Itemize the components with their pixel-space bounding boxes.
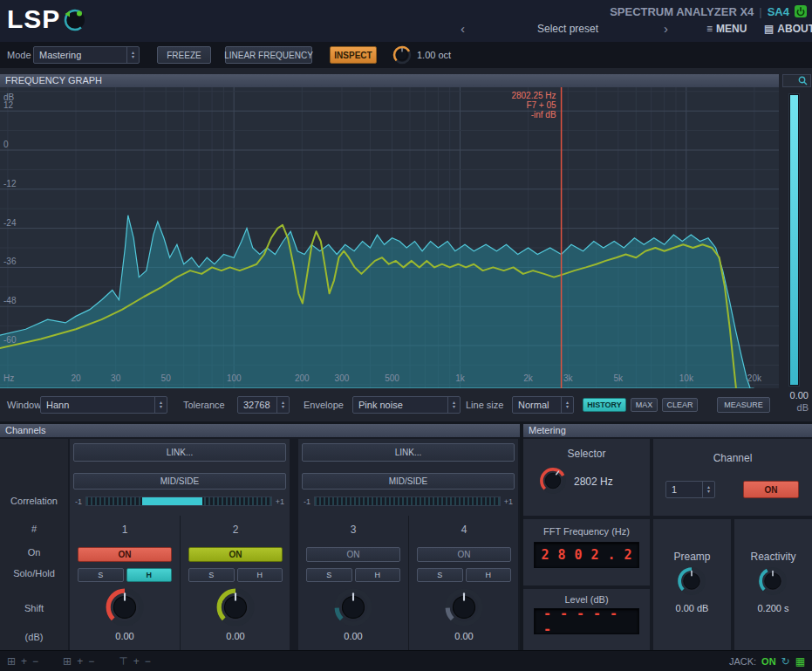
freq-tick-label: 30 bbox=[111, 373, 120, 383]
selector-knob[interactable] bbox=[539, 467, 567, 495]
channel-4-solo-button[interactable]: S bbox=[417, 568, 463, 582]
history-button[interactable]: HISTORY bbox=[583, 398, 626, 412]
channel-1-solo-button[interactable]: S bbox=[78, 568, 124, 582]
graph-copy-icon[interactable]: ⊞ bbox=[7, 655, 16, 668]
channel-2-on-button[interactable]: ON bbox=[188, 547, 283, 562]
freeze-button[interactable]: FREEZE bbox=[157, 46, 211, 64]
fft-frequency-block: FFT Frequency (Hz) 2802.2 bbox=[523, 519, 650, 585]
max-button[interactable]: MAX bbox=[631, 398, 658, 412]
line-size-select[interactable]: Normal ▴▾ bbox=[512, 396, 574, 414]
tolerance-select[interactable]: 32768 ▴▾ bbox=[237, 396, 290, 414]
reactivity-block: Reactivity 0.200 s bbox=[734, 519, 812, 650]
window-select[interactable]: Hann ▴▾ bbox=[40, 396, 167, 414]
preset-select[interactable]: Select preset bbox=[475, 23, 660, 35]
graph-zoom-out-icon[interactable]: − bbox=[32, 655, 38, 668]
metering-panel-title: Metering bbox=[523, 424, 812, 437]
on-row-label: On bbox=[0, 547, 68, 558]
font-icon[interactable]: ⊤ bbox=[119, 655, 127, 668]
ui-zoom-in-icon[interactable]: + bbox=[77, 655, 83, 668]
spinner-icon[interactable]: ▴▾ bbox=[154, 397, 167, 413]
graph-panel-title: FREQUENCY GRAPH bbox=[0, 74, 779, 87]
preamp-knob[interactable] bbox=[677, 566, 706, 596]
graph-zoom-in-icon[interactable]: + bbox=[21, 655, 27, 668]
font-decrease-icon[interactable]: − bbox=[145, 655, 151, 668]
mode-select[interactable]: Mastering ▴▾ bbox=[33, 46, 140, 64]
metering-channel-select[interactable]: 1 ▴▾ bbox=[665, 481, 715, 498]
frequency-graph-section: FREQUENCY GRAPH 2802.25 Hz F7 + 05 -inf … bbox=[0, 74, 812, 388]
link-button-2[interactable]: LINK... bbox=[302, 443, 515, 462]
ui-copy-icon[interactable]: ⊞ bbox=[63, 655, 72, 668]
spinner-icon[interactable]: ▴▾ bbox=[702, 482, 714, 497]
octave-value: 1.00 oct bbox=[417, 50, 451, 61]
envelope-select[interactable]: Pink noise ▴▾ bbox=[352, 396, 461, 414]
app-title: SPECTRUM ANALYZER X4 bbox=[610, 5, 754, 18]
spinner-icon[interactable]: ▴▾ bbox=[561, 397, 573, 413]
channel-4-shift-value: 0.00 bbox=[409, 631, 519, 641]
channel-3-hold-button[interactable]: H bbox=[355, 568, 401, 582]
about-icon: ▤ bbox=[764, 23, 774, 35]
toolbar: Mode Mastering ▴▾ FREEZE LINEAR FREQUENC… bbox=[0, 42, 812, 68]
inspect-button[interactable]: INSPECT bbox=[330, 46, 377, 64]
spinner-icon[interactable]: ▴▾ bbox=[276, 397, 289, 413]
fft-frequency-display[interactable]: 2802.2 bbox=[534, 542, 639, 568]
jack-reconnect-icon[interactable]: ↻ bbox=[781, 655, 790, 668]
preset-prev-button[interactable]: ‹ bbox=[461, 22, 465, 36]
db-tick-label: 12 bbox=[3, 100, 13, 110]
ui-zoom-out-icon[interactable]: − bbox=[88, 655, 94, 668]
channel-1-shift-knob[interactable] bbox=[105, 587, 145, 627]
channel-strip-3: 3 ON S H 0.00 bbox=[298, 516, 408, 650]
channel-2-hold-button[interactable]: H bbox=[237, 568, 283, 582]
graph-zoom-button[interactable] bbox=[782, 74, 811, 87]
measure-button[interactable]: MEASURE bbox=[717, 397, 770, 413]
channel-4-hold-button[interactable]: H bbox=[466, 568, 512, 582]
jack-connections-icon[interactable]: ▦ bbox=[795, 655, 805, 668]
channel-4-on-button[interactable]: ON bbox=[417, 547, 511, 562]
metering-on-button[interactable]: ON bbox=[743, 481, 799, 498]
linear-frequency-button[interactable]: LINEAR FREQUENCY bbox=[225, 46, 312, 64]
preamp-value: 0.00 dB bbox=[653, 603, 731, 613]
channel-1-hold-button[interactable]: H bbox=[126, 568, 173, 582]
channel-3-shift-knob[interactable] bbox=[333, 587, 373, 627]
db-tick-label: -24 bbox=[3, 218, 16, 228]
product-code: SA4 bbox=[768, 5, 789, 18]
correlation-meter-2: -1 +1 bbox=[298, 496, 518, 507]
spinner-icon[interactable]: ▴▾ bbox=[126, 47, 139, 63]
db-tick-label: -48 bbox=[3, 296, 16, 305]
channel-4-shift-knob[interactable] bbox=[444, 587, 484, 627]
spinner-icon[interactable]: ▴▾ bbox=[447, 397, 460, 413]
reactivity-knob[interactable] bbox=[758, 566, 788, 596]
channel-1-on-button[interactable]: ON bbox=[78, 547, 172, 562]
about-button[interactable]: ▤ABOUT bbox=[764, 23, 812, 35]
font-increase-icon[interactable]: + bbox=[133, 655, 140, 668]
line-size-label: Line size bbox=[466, 400, 503, 411]
channel-2-shift-knob[interactable] bbox=[215, 587, 256, 627]
menu-button[interactable]: ≡MENU bbox=[706, 23, 747, 35]
fft-frequency-label: FFT Frequency (Hz) bbox=[523, 526, 650, 537]
freq-tick-label: 300 bbox=[335, 373, 350, 383]
spectrum-chart bbox=[0, 87, 779, 388]
correlation-meter-1: -1 +1 bbox=[70, 496, 290, 507]
envelope-label: Envelope bbox=[304, 400, 344, 411]
channel-3-on-button[interactable]: ON bbox=[306, 547, 400, 562]
preamp-label: Preamp bbox=[653, 551, 731, 563]
channel-2-solo-button[interactable]: S bbox=[188, 568, 235, 582]
power-icon[interactable] bbox=[795, 5, 807, 17]
db-tick-label: 0 bbox=[3, 140, 9, 149]
channels-panel-title: Channels bbox=[0, 424, 520, 437]
freq-tick-label: 2k bbox=[523, 373, 533, 383]
octave-knob[interactable] bbox=[392, 45, 412, 65]
spectrum-plot[interactable]: 2802.25 Hz F7 + 05 -inf dB Hz20305010020… bbox=[0, 87, 779, 388]
midside-button-1[interactable]: MID/SIDE bbox=[73, 473, 286, 490]
status-bar: ⊞ + − ⊞ + − ⊤ + − JACK: ON ↻ ▦ bbox=[0, 650, 812, 671]
midside-button-2[interactable]: MID/SIDE bbox=[302, 473, 515, 490]
clear-button[interactable]: CLEAR bbox=[662, 398, 698, 412]
jack-label: JACK: bbox=[729, 656, 756, 667]
link-button-1[interactable]: LINK... bbox=[73, 443, 286, 462]
db-tick-label: -60 bbox=[3, 335, 16, 345]
preset-next-button[interactable]: › bbox=[664, 22, 668, 36]
number-row-label: # bbox=[0, 524, 68, 535]
freq-tick-label: 100 bbox=[227, 373, 242, 383]
preamp-block: Preamp 0.00 dB bbox=[653, 519, 731, 650]
channel-3-solo-button[interactable]: S bbox=[306, 568, 352, 582]
channel-strip-2: 2 ON S H 0.00 bbox=[180, 516, 290, 650]
